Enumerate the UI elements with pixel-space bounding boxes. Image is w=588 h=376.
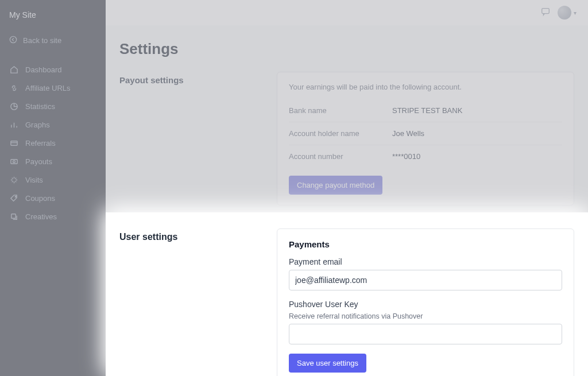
sidebar-item-label: Visits: [25, 176, 43, 184]
sidebar-item-referrals[interactable]: Referrals: [0, 134, 106, 152]
pushover-help: Receive referral notifications via Pusho…: [289, 312, 562, 320]
section-label-payout: Payout settings: [119, 72, 263, 206]
card-title-payments: Payments: [289, 239, 562, 249]
sidebar-item-statistics[interactable]: Statistics: [0, 97, 106, 115]
payout-card: Your earnings will be paid into the foll…: [277, 72, 574, 206]
kv-value: STRIPE TEST BANK: [392, 106, 462, 115]
sidebar: My Site Back to site Dashboard Affiliate…: [0, 0, 106, 376]
home-icon: [9, 65, 18, 74]
svg-point-5: [15, 196, 16, 197]
tag-icon: [9, 193, 18, 203]
pie-icon: [9, 102, 18, 111]
sidebar-item-label: Creatives: [25, 212, 57, 221]
avatar: [558, 6, 571, 20]
save-user-settings-button[interactable]: Save user settings: [289, 354, 366, 373]
link-icon: [9, 83, 18, 92]
sidebar-item-label: Referrals: [25, 139, 56, 148]
sidebar-item-label: Payouts: [25, 157, 52, 166]
payout-note: Your earnings will be paid into the foll…: [289, 83, 562, 91]
user-settings-card: Payments Payment email Pushover User Key…: [277, 228, 574, 376]
svg-rect-2: [10, 141, 17, 145]
cash-icon: [9, 157, 18, 166]
sidebar-item-dashboard[interactable]: Dashboard: [0, 60, 106, 79]
svg-point-0: [10, 36, 16, 42]
svg-rect-7: [542, 9, 550, 14]
kv-label: Account number: [289, 152, 392, 161]
pushover-key-input[interactable]: [289, 324, 562, 344]
sidebar-item-label: Statistics: [25, 102, 55, 111]
card-icon: [9, 138, 18, 148]
payout-row-number: Account number ****0010: [289, 145, 562, 168]
kv-label: Account holder name: [289, 129, 392, 138]
sidebar-item-creatives[interactable]: Creatives: [0, 207, 106, 226]
payout-row-holder: Account holder name Joe Wells: [289, 122, 562, 145]
sidebar-item-label: Graphs: [25, 121, 50, 129]
user-menu[interactable]: ▾: [558, 6, 577, 20]
copy-icon: [9, 212, 18, 221]
bars-icon: [9, 120, 18, 129]
user-settings-section: User settings Payments Payment email Pus…: [106, 212, 588, 376]
page-title: Settings: [106, 25, 588, 65]
chat-icon[interactable]: [540, 6, 551, 19]
sidebar-nav: Dashboard Affiliate URLs Statistics Grap…: [0, 57, 106, 226]
site-title: My Site: [0, 0, 106, 26]
sidebar-item-payouts[interactable]: Payouts: [0, 152, 106, 170]
arrow-back-icon: [9, 36, 17, 45]
payout-settings-section: Payout settings Your earnings will be pa…: [106, 65, 588, 212]
svg-rect-3: [10, 159, 17, 164]
kv-value: Joe Wells: [392, 129, 424, 138]
kv-value: ****0010: [392, 152, 420, 161]
change-payout-button[interactable]: Change payout method: [289, 176, 382, 195]
sidebar-item-affiliate-urls[interactable]: Affiliate URLs: [0, 79, 106, 97]
back-to-site-link[interactable]: Back to site: [0, 30, 106, 51]
payout-row-bank: Bank name STRIPE TEST BANK: [289, 99, 562, 122]
payment-email-label: Payment email: [289, 257, 562, 266]
svg-point-4: [13, 160, 15, 162]
section-label-user: User settings: [119, 228, 263, 376]
svg-rect-6: [11, 214, 16, 218]
topbar: ▾: [106, 0, 588, 25]
sidebar-item-graphs[interactable]: Graphs: [0, 115, 106, 134]
back-to-site-label: Back to site: [23, 36, 61, 45]
pushover-label: Pushover User Key: [289, 300, 562, 309]
sidebar-item-visits[interactable]: Visits: [0, 170, 106, 189]
click-icon: [9, 175, 18, 184]
kv-label: Bank name: [289, 106, 392, 115]
payment-email-input[interactable]: [289, 270, 562, 290]
sidebar-item-label: Coupons: [25, 194, 55, 203]
sidebar-item-label: Dashboard: [25, 65, 62, 74]
sidebar-item-label: Affiliate URLs: [25, 84, 71, 92]
sidebar-item-coupons[interactable]: Coupons: [0, 189, 106, 207]
chevron-down-icon: ▾: [574, 10, 577, 16]
